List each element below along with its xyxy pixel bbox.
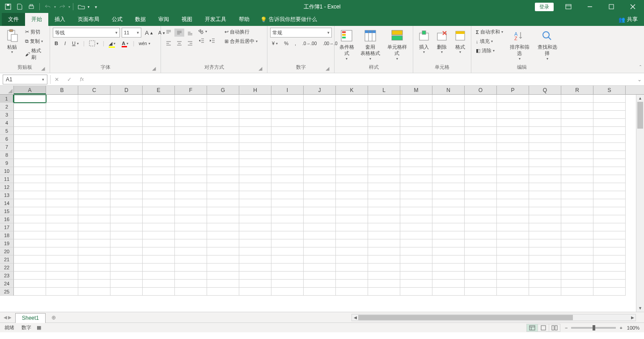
cell-O2[interactable] [465,103,497,111]
cell-H3[interactable] [239,111,271,119]
cell-R24[interactable] [561,280,593,288]
cell-D9[interactable] [110,159,143,167]
cell-A11[interactable] [14,175,46,183]
column-header-C[interactable]: C [78,86,110,94]
cell-G10[interactable] [207,167,239,175]
cell-I17[interactable] [271,223,304,231]
cell-P5[interactable] [497,127,529,135]
cell-O16[interactable] [465,215,497,223]
cell-B21[interactable] [46,255,78,264]
cell-M21[interactable] [400,255,432,264]
cell-M17[interactable] [400,223,432,231]
cell-M16[interactable] [400,215,432,223]
cell-P9[interactable] [497,159,529,167]
cell-N20[interactable] [432,247,465,255]
cell-D2[interactable] [110,103,143,111]
share-button[interactable]: 👥 共享 [612,13,644,26]
cell-K1[interactable] [336,95,368,103]
cell-S6[interactable] [593,135,626,143]
cell-E21[interactable] [143,255,175,264]
cell-R18[interactable] [561,231,593,239]
cell-Q2[interactable] [529,103,561,111]
cell-L21[interactable] [368,255,400,264]
cell-S13[interactable] [593,191,626,199]
cell-S11[interactable] [593,175,626,183]
cell-P12[interactable] [497,183,529,191]
cell-M13[interactable] [400,191,432,199]
cell-K5[interactable] [336,127,368,135]
cell-D14[interactable] [110,199,143,207]
tab-help[interactable]: 帮助 [233,13,256,26]
cell-B3[interactable] [46,111,78,119]
cell-R3[interactable] [561,111,593,119]
cell-H11[interactable] [239,175,271,183]
cell-I21[interactable] [271,255,304,264]
cell-G23[interactable] [207,272,239,280]
cell-N5[interactable] [432,127,465,135]
cell-D3[interactable] [110,111,143,119]
cell-A8[interactable] [14,151,46,159]
cell-H6[interactable] [239,135,271,143]
cell-J18[interactable] [304,231,336,239]
cell-I19[interactable] [271,239,304,247]
cell-O4[interactable] [465,119,497,127]
name-box[interactable]: A1▾ [3,75,47,84]
cell-R11[interactable] [561,175,593,183]
cell-B20[interactable] [46,247,78,255]
cell-B12[interactable] [46,183,78,191]
comma-button[interactable]: , [293,40,298,47]
column-header-G[interactable]: G [207,86,239,94]
cell-N25[interactable] [432,288,465,296]
row-header-4[interactable]: 4 [0,119,14,127]
cell-M5[interactable] [400,127,432,135]
cell-S1[interactable] [593,95,626,103]
cell-C21[interactable] [78,255,110,264]
cell-M19[interactable] [400,239,432,247]
cell-J6[interactable] [304,135,336,143]
cell-Q21[interactable] [529,255,561,264]
cell-H16[interactable] [239,215,271,223]
cell-S12[interactable] [593,183,626,191]
cell-L7[interactable] [368,143,400,151]
cell-Q19[interactable] [529,239,561,247]
bold-button[interactable]: B [53,40,60,47]
cell-R16[interactable] [561,215,593,223]
cell-A10[interactable] [14,167,46,175]
find-select-button[interactable]: 查找和选择▾ [534,28,560,62]
cell-G4[interactable] [207,119,239,127]
cell-P11[interactable] [497,175,529,183]
cell-R22[interactable] [561,264,593,272]
cell-E12[interactable] [143,183,175,191]
cell-O7[interactable] [465,143,497,151]
autosum-button[interactable]: Σ自动求和▾ [474,28,505,36]
cell-L5[interactable] [368,127,400,135]
cell-L16[interactable] [368,215,400,223]
borders-button[interactable]: ▾ [87,39,100,47]
cell-C10[interactable] [78,167,110,175]
cell-G17[interactable] [207,223,239,231]
column-header-J[interactable]: J [304,86,336,94]
cell-M3[interactable] [400,111,432,119]
cell-F25[interactable] [175,288,207,296]
cell-R10[interactable] [561,167,593,175]
cell-C1[interactable] [78,95,110,103]
cell-H5[interactable] [239,127,271,135]
cell-F13[interactable] [175,191,207,199]
cell-G22[interactable] [207,264,239,272]
cell-I25[interactable] [271,288,304,296]
column-header-B[interactable]: B [46,86,78,94]
cell-G8[interactable] [207,151,239,159]
cell-B15[interactable] [46,207,78,215]
cell-D18[interactable] [110,231,143,239]
fill-color-button[interactable]: ◢▾ [107,40,117,47]
row-header-11[interactable]: 11 [0,175,14,183]
cell-A6[interactable] [14,135,46,143]
cell-R23[interactable] [561,272,593,280]
cell-K10[interactable] [336,167,368,175]
save-icon[interactable] [3,1,13,12]
tell-me-search[interactable]: 💡 告诉我你想要做什么 [256,13,322,26]
cell-A1[interactable] [14,95,46,103]
cell-G24[interactable] [207,280,239,288]
cell-P4[interactable] [497,119,529,127]
cell-E11[interactable] [143,175,175,183]
